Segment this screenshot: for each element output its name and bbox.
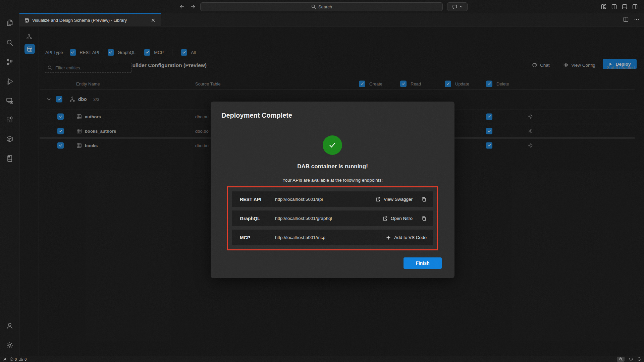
extensions-icon[interactable] — [6, 116, 14, 124]
title-bar: Search — [0, 0, 644, 13]
row-delete-checkbox[interactable] — [486, 142, 492, 148]
source-table: dbo.au — [195, 114, 209, 119]
finish-button[interactable]: Finish — [404, 257, 442, 269]
copilot-menu-button[interactable] — [447, 2, 468, 11]
add-to-vscode-button[interactable]: Add to VS Code — [386, 235, 427, 240]
row-settings-gear-icon[interactable] — [528, 128, 533, 134]
deployment-complete-dialog: Deployment Complete DAB container is run… — [211, 102, 454, 278]
command-center-search[interactable]: Search — [200, 2, 443, 11]
schema-icon[interactable] — [26, 34, 32, 40]
api-type-option-label: All — [191, 50, 196, 55]
split-editor-icon[interactable] — [611, 4, 617, 10]
more-actions-icon[interactable] — [634, 17, 639, 22]
database-icon[interactable] — [6, 155, 14, 163]
settings-gear-icon[interactable] — [6, 341, 14, 349]
group-select-checkbox[interactable] — [56, 96, 62, 103]
table-icon — [76, 143, 82, 148]
status-bar: 0 0 — [0, 356, 644, 362]
api-type-option-label: REST API — [80, 50, 99, 55]
remote-explorer-icon[interactable] — [6, 97, 14, 105]
activity-bar — [0, 13, 19, 356]
row-settings-gear-icon[interactable] — [528, 143, 533, 148]
api-type-checkbox[interactable] — [144, 49, 150, 56]
account-icon[interactable] — [6, 322, 14, 330]
read-all-checkbox[interactable] — [400, 80, 407, 87]
history-forward-icon[interactable] — [189, 3, 197, 11]
row-delete-checkbox[interactable] — [486, 113, 492, 120]
split-editor-icon[interactable] — [623, 17, 629, 22]
plus-icon — [386, 235, 391, 240]
endpoint-label: REST API — [240, 197, 275, 202]
endpoints-box: REST API http://localhost:5001/api View … — [227, 186, 438, 250]
dialog-title: Deployment Complete — [221, 112, 292, 119]
table-icon — [76, 114, 82, 119]
row-settings-gear-icon[interactable] — [528, 114, 533, 119]
endpoint-url: http://localhost:5001/api — [275, 197, 375, 202]
source-table: dbo.bo — [195, 143, 209, 148]
api-type-option: All — [181, 49, 196, 56]
errors-indicator[interactable]: 0 — [9, 357, 17, 361]
copy-icon[interactable] — [421, 197, 427, 202]
editor-tab-bar: Visualize and Design Schema (Preview) - … — [19, 13, 644, 26]
source-control-icon[interactable] — [6, 58, 14, 66]
endpoint-label: MCP — [240, 235, 275, 240]
endpoint-url: http://localhost:5001/mcp — [275, 235, 386, 240]
table-config-icon[interactable] — [24, 44, 35, 54]
row-select-checkbox[interactable] — [57, 128, 64, 134]
api-type-checkbox[interactable] — [181, 49, 187, 56]
toggle-secondary-sidebar-icon[interactable] — [632, 4, 638, 10]
api-type-checkbox[interactable] — [70, 49, 76, 56]
endpoint-row: REST API http://localhost:5001/api View … — [232, 191, 433, 207]
entity-name: authors — [85, 114, 101, 119]
toggle-panel-icon[interactable] — [622, 4, 628, 10]
api-type-option-label: GraphQL — [118, 50, 136, 55]
vscode-window: Search Visualize and Design Schema (Prev… — [0, 0, 644, 362]
open-link-button[interactable]: Open Nitro — [382, 216, 413, 221]
editor-tab[interactable]: Visualize and Design Schema (Preview) - … — [19, 13, 161, 26]
close-icon[interactable] — [150, 17, 156, 23]
schema-icon — [69, 97, 75, 102]
row-select-checkbox[interactable] — [57, 113, 64, 120]
search-icon[interactable] — [6, 39, 14, 47]
designer-view-strip — [19, 26, 39, 356]
update-all-checkbox[interactable] — [445, 80, 451, 87]
create-all-checkbox[interactable] — [359, 80, 365, 87]
remote-icon[interactable] — [3, 357, 7, 361]
bell-icon[interactable] — [637, 357, 641, 361]
zoom-icon[interactable] — [617, 357, 625, 362]
explorer-icon[interactable] — [6, 19, 14, 27]
warnings-indicator[interactable]: 0 — [19, 357, 26, 361]
external-link-icon — [375, 197, 381, 202]
history-back-icon[interactable] — [178, 3, 186, 11]
copilot-chat-icon — [452, 4, 458, 9]
external-link-icon — [382, 216, 388, 221]
delete-all-checkbox[interactable] — [486, 80, 492, 87]
api-type-label: API Type — [45, 50, 63, 55]
chat-button[interactable]: Chat — [532, 62, 550, 68]
filter-entities-input[interactable]: Filter entities... — [44, 63, 132, 73]
chevron-down-icon[interactable] — [46, 97, 52, 102]
view-config-button[interactable]: View Config — [563, 62, 595, 68]
api-type-checkbox[interactable] — [108, 49, 114, 56]
container-icon[interactable] — [6, 135, 14, 143]
row-delete-checkbox[interactable] — [486, 128, 492, 134]
endpoint-row: MCP http://localhost:5001/mcp Add to VS … — [232, 230, 433, 245]
search-placeholder: Search — [318, 4, 332, 9]
status-heading: DAB container is running! — [211, 163, 454, 170]
source-table: dbo.bo — [195, 128, 209, 133]
entity-name: books_authors — [85, 128, 116, 133]
run-debug-icon[interactable] — [6, 77, 14, 85]
endpoint-row: GraphQL http://localhost:5001/graphql Op… — [232, 210, 433, 226]
open-link-button[interactable]: View Swagger — [375, 197, 413, 202]
column-source-table: Source Table — [195, 81, 221, 86]
copy-icon[interactable] — [421, 216, 427, 221]
schema-designer-icon — [24, 18, 30, 23]
schema-count: 3/3 — [93, 97, 99, 102]
customize-layout-icon[interactable] — [601, 4, 607, 10]
search-icon — [311, 4, 316, 9]
divider — [172, 49, 172, 56]
copilot-icon[interactable] — [629, 357, 633, 361]
check-circle-icon — [323, 135, 342, 155]
row-select-checkbox[interactable] — [57, 142, 64, 148]
status-subheading: Your APIs are available at the following… — [211, 178, 454, 183]
